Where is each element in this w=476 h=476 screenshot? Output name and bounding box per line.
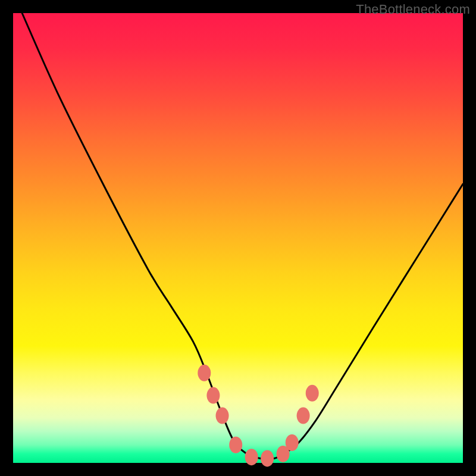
highlight-dot (198, 365, 211, 381)
marker-group (198, 365, 318, 467)
curve-svg (13, 13, 463, 463)
plot-area (13, 13, 463, 463)
highlight-dot (261, 450, 274, 466)
chart-frame: TheBottleneck.com (0, 0, 476, 476)
watermark-text: TheBottleneck.com (356, 2, 470, 17)
highlight-dot (206, 387, 220, 404)
bottleneck-curve (22, 13, 463, 459)
highlight-dot (306, 385, 319, 402)
highlight-dot (245, 449, 258, 465)
highlight-dot (229, 437, 242, 453)
highlight-dot (297, 408, 310, 424)
highlight-dot (216, 408, 229, 424)
highlight-dot (286, 434, 299, 451)
